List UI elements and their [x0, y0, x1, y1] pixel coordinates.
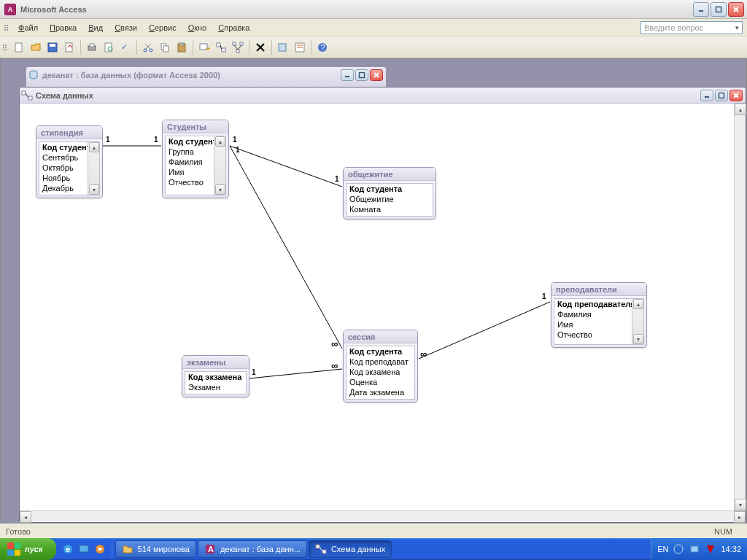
scroll-up-icon[interactable]: ▴ — [633, 299, 643, 309]
table-field[interactable]: Экзамен — [185, 382, 246, 392]
tray-icon[interactable] — [673, 543, 684, 555]
scroll-up-icon[interactable]: ▴ — [215, 136, 225, 147]
add-table-icon[interactable]: + — [196, 39, 212, 55]
start-button[interactable]: пуск — [0, 538, 56, 560]
minimize-button[interactable] — [693, 2, 709, 17]
export-icon[interactable] — [61, 39, 77, 55]
database-window[interactable]: деканат : база данных (формат Access 200… — [26, 66, 387, 88]
status-numlock: NUM — [705, 527, 741, 536]
svg-rect-61 — [691, 546, 698, 552]
svg-rect-18 — [179, 43, 184, 45]
svg-rect-42 — [719, 93, 724, 98]
print-preview-icon[interactable] — [101, 39, 117, 55]
scroll-up-icon[interactable]: ▴ — [735, 104, 746, 115]
taskbar-schema-button[interactable]: Схема данных — [309, 540, 392, 558]
table-field[interactable]: Код преподават — [347, 357, 414, 367]
relationships-canvas[interactable]: 1 1 1 1 1 ∞ 1 ∞ ∞ 1 стипендия Код студен… — [20, 104, 746, 510]
database-icon — [28, 69, 39, 81]
app-title: Microsoft Access — [19, 5, 693, 14]
table-field[interactable]: Код преподавателя — [554, 299, 643, 309]
taskbar-folder-button[interactable]: 514 миронова — [115, 540, 196, 558]
table-stipendia[interactable]: стипендия Код студент Сентябрь Октябрь Н… — [36, 125, 103, 198]
table-obshezhitie[interactable]: общежитие Код студента Общежитие Комната — [343, 167, 436, 219]
paste-icon[interactable] — [174, 39, 190, 55]
db-close-button[interactable] — [370, 69, 383, 81]
new-object-icon[interactable] — [275, 39, 291, 55]
show-direct-icon[interactable] — [213, 39, 229, 55]
menu-bar: Файл Правка Вид Связи Сервис Окно Справк… — [0, 19, 747, 36]
table-field[interactable]: Код студента — [347, 184, 433, 194]
table-field[interactable]: Общежитие — [347, 194, 433, 204]
ie-icon[interactable]: e — [61, 541, 75, 557]
table-field[interactable]: Дата экзамена — [347, 387, 414, 397]
table-field[interactable]: Комната — [347, 204, 433, 214]
menu-relations[interactable]: Связи — [109, 21, 142, 34]
media-icon[interactable] — [93, 541, 107, 557]
table-scrollbar[interactable]: ▴▾ — [214, 136, 225, 195]
print-icon[interactable] — [84, 39, 100, 55]
grip-icon[interactable] — [4, 25, 9, 31]
delete-icon[interactable] — [252, 39, 268, 55]
menu-file[interactable]: Файл — [13, 21, 43, 34]
help-icon[interactable]: ? — [314, 39, 330, 55]
status-bar: Готово NUM — [0, 524, 747, 538]
table-sessia[interactable]: сессия Код студента Код преподават Код э… — [343, 330, 418, 402]
taskbar-access-button[interactable]: A деканат : база данн... — [198, 540, 307, 558]
windows-logo-icon — [7, 542, 20, 556]
menu-edit[interactable]: Правка — [44, 21, 82, 34]
help-question-input[interactable]: Введите вопрос ▾ — [640, 21, 743, 34]
menu-help[interactable]: Справка — [213, 21, 255, 34]
scroll-left-icon[interactable]: ◂ — [20, 511, 31, 523]
antivirus-icon[interactable] — [705, 543, 716, 555]
table-prepodavateli[interactable]: преподаватели Код преподавателя Фамилия … — [551, 282, 647, 348]
table-field[interactable]: Код экзамена — [347, 367, 414, 377]
table-field[interactable]: Код студента — [347, 346, 414, 357]
maximize-button[interactable] — [711, 2, 727, 17]
scroll-down-icon[interactable]: ▾ — [633, 334, 643, 344]
folder-icon — [122, 543, 133, 555]
svg-line-49 — [419, 302, 550, 359]
tray-clock[interactable]: 14:32 — [721, 545, 741, 553]
canvas-scrollbar-horizontal[interactable]: ◂ ▸ — [20, 510, 746, 522]
relationships-titlebar[interactable]: Схема данных — [20, 88, 746, 104]
new-icon[interactable] — [11, 39, 27, 55]
scroll-up-icon[interactable]: ▴ — [89, 142, 99, 152]
properties-icon[interactable] — [292, 39, 308, 55]
table-field[interactable]: Оценка — [347, 377, 414, 387]
table-field[interactable]: Код экзамена — [185, 372, 246, 382]
scroll-down-icon[interactable]: ▾ — [215, 184, 225, 195]
tray-icon[interactable] — [689, 543, 700, 555]
table-studenty[interactable]: Студенты Код студент Группа Фамилия Имя … — [162, 120, 229, 198]
table-field[interactable]: Отчество — [554, 330, 643, 340]
table-scrollbar[interactable]: ▴▾ — [88, 142, 99, 195]
menu-view[interactable]: Вид — [83, 21, 108, 34]
open-icon[interactable] — [28, 39, 44, 55]
schema-close-button[interactable] — [729, 90, 743, 101]
show-all-icon[interactable] — [230, 39, 246, 55]
spelling-icon[interactable]: ✓ — [117, 39, 133, 55]
svg-text:✓: ✓ — [121, 42, 128, 51]
svg-point-60 — [674, 545, 683, 553]
grip-icon[interactable] — [3, 44, 7, 50]
close-button[interactable] — [728, 2, 744, 17]
language-indicator[interactable]: EN — [657, 545, 668, 553]
menu-tools[interactable]: Сервис — [144, 21, 182, 34]
schema-maximize-button[interactable] — [715, 90, 728, 101]
desktop-icon[interactable] — [77, 541, 91, 557]
svg-line-46 — [230, 146, 342, 187]
cut-icon[interactable] — [140, 39, 156, 55]
table-field[interactable]: Фамилия — [554, 309, 643, 319]
table-field[interactable]: Имя — [554, 319, 643, 330]
menu-window[interactable]: Окно — [183, 21, 212, 34]
save-icon[interactable] — [44, 39, 61, 55]
db-minimize-button[interactable] — [341, 69, 354, 81]
scroll-right-icon[interactable]: ▸ — [734, 511, 746, 523]
scroll-down-icon[interactable]: ▾ — [735, 499, 746, 510]
scroll-down-icon[interactable]: ▾ — [89, 184, 99, 195]
copy-icon[interactable] — [157, 39, 173, 55]
table-scrollbar[interactable]: ▴▾ — [632, 299, 643, 344]
table-ekzameny[interactable]: экзамены Код экзамена Экзамен — [182, 355, 249, 397]
schema-minimize-button[interactable] — [700, 90, 713, 101]
db-maximize-button[interactable] — [355, 69, 368, 81]
canvas-scrollbar-vertical[interactable]: ▴ ▾ — [734, 104, 746, 510]
